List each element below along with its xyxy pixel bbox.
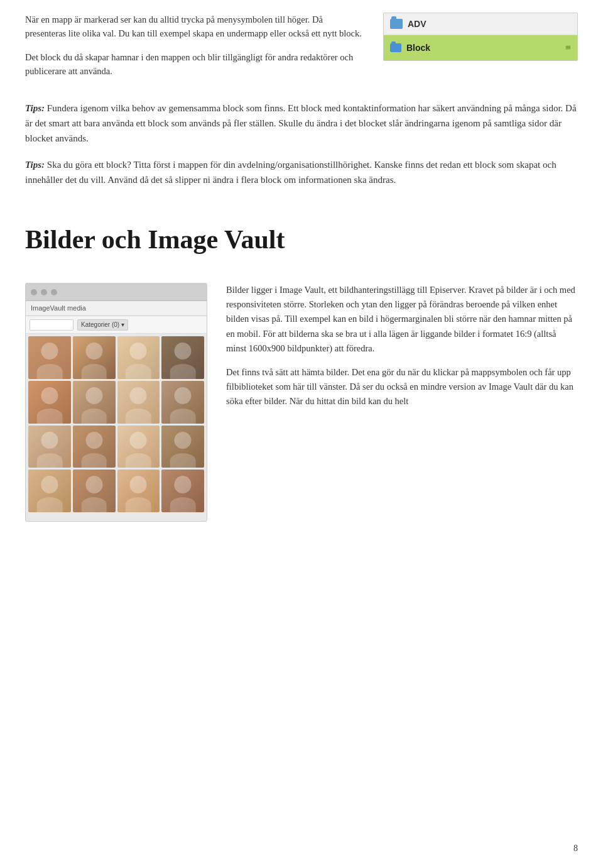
spacer-2: [226, 356, 578, 365]
tips-paragraph-2: Tips: Ska du göra ett block? Titta först…: [25, 157, 578, 187]
iv-photo-9: [28, 426, 71, 468]
iv-dot-1: [31, 289, 37, 295]
iv-photo-16: [161, 470, 204, 512]
iv-photo-14: [73, 470, 116, 512]
iv-photo-1: [28, 336, 71, 379]
iv-photo-4: [161, 336, 204, 379]
imagevault-screenshot: ImageVault media Kategorier (0) ▾: [25, 283, 207, 522]
adv-block-label: Block: [390, 41, 430, 55]
iv-paragraph-2: Det finns två sätt att hämta bilder. Det…: [226, 365, 578, 409]
adv-block-ui: ADV Block ≡: [383, 13, 578, 61]
iv-dot-2: [41, 289, 47, 295]
iv-toolbar: Kategorier (0) ▾: [26, 316, 207, 334]
iv-dot-3: [51, 289, 57, 295]
iv-photo-5: [28, 381, 71, 424]
adv-folder-icon: [390, 19, 403, 29]
intro-paragraph-1: När en mapp är markerad ser kan du allti…: [25, 13, 364, 41]
spacer-1: [25, 91, 578, 101]
adv-title: ADV: [408, 17, 426, 31]
section-heading: Bilder och Image Vault: [25, 219, 578, 261]
iv-header-bar: [26, 283, 207, 301]
iv-photo-6: [73, 381, 116, 424]
intro-paragraph-2: Det block du då skapar hamnar i den mapp…: [25, 50, 364, 79]
adv-menu-icon[interactable]: ≡: [565, 40, 571, 56]
block-folder-icon: [390, 43, 401, 52]
iv-photo-11: [117, 426, 160, 468]
block-label-text: Block: [406, 41, 430, 55]
page-number: 8: [573, 842, 578, 855]
iv-photo-13: [28, 470, 71, 512]
page-container: När en mapp är markerad ser kan du allti…: [0, 0, 603, 868]
adv-block-row[interactable]: Block ≡: [384, 35, 577, 60]
iv-search-box[interactable]: [30, 319, 73, 331]
iv-photo-7: [117, 381, 160, 424]
iv-photo-grid: [26, 334, 207, 515]
iv-photo-3: [117, 336, 160, 379]
iv-title-bar: ImageVault media: [26, 301, 207, 316]
iv-photo-12: [161, 426, 204, 468]
bottom-right-text: Bilder ligger i Image Vault, ett bildhan…: [226, 283, 578, 522]
tips-text-1: Fundera igenom vilka behov av gemensamma…: [25, 103, 577, 143]
iv-photo-8: [161, 381, 204, 424]
tips-bold-2: Tips:: [25, 160, 45, 170]
iv-title-text: ImageVault media: [31, 303, 86, 314]
tips-text-2: Ska du göra ett block? Titta först i map…: [25, 160, 557, 185]
top-section: När en mapp är markerad ser kan du allti…: [25, 13, 578, 79]
iv-filter-btn[interactable]: Kategorier (0) ▾: [77, 319, 128, 331]
bottom-section: ImageVault media Kategorier (0) ▾: [25, 283, 578, 522]
adv-block-screenshot: ADV Block ≡: [383, 13, 578, 79]
iv-paragraph-1: Bilder ligger i Image Vault, ett bildhan…: [226, 283, 578, 356]
adv-header: ADV: [384, 13, 577, 35]
tips-paragraph-1: Tips: Fundera igenom vilka behov av geme…: [25, 101, 578, 146]
iv-photo-15: [117, 470, 160, 512]
top-left-text: När en mapp är markerad ser kan du allti…: [25, 13, 364, 79]
tips-bold-1: Tips:: [25, 103, 45, 113]
iv-photo-10: [73, 426, 116, 468]
iv-photo-2: [73, 336, 116, 379]
